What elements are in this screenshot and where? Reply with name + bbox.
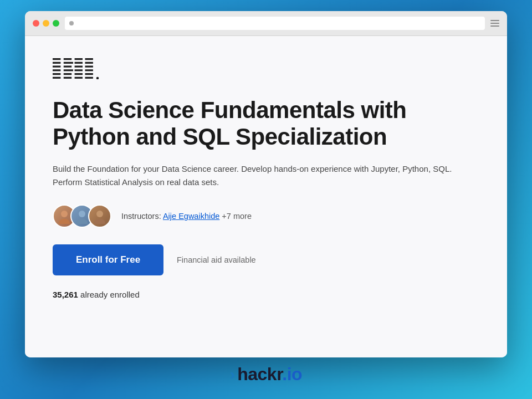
menu-line-2 — [490, 23, 499, 24]
svg-rect-15 — [75, 69, 83, 71]
instructor-more: +7 more — [222, 212, 252, 221]
svg-point-26 — [59, 219, 70, 224]
svg-point-24 — [96, 77, 99, 79]
svg-rect-6 — [64, 58, 71, 60]
instructor-link[interactable]: Aije Egwaikhide — [163, 212, 219, 221]
hackr-brand: hackr.io — [237, 364, 302, 385]
svg-rect-0 — [53, 58, 60, 60]
avatar-stack — [53, 204, 106, 228]
menu-line-3 — [490, 25, 499, 27]
course-title: Data Science Fundamentals with Python an… — [53, 97, 479, 151]
avatar-3 — [88, 204, 111, 228]
svg-rect-11 — [64, 77, 71, 79]
svg-rect-12 — [75, 58, 83, 60]
browser-chrome — [25, 11, 507, 36]
svg-rect-1 — [53, 62, 60, 64]
svg-rect-17 — [75, 77, 83, 79]
traffic-lights — [33, 20, 59, 27]
hackr-footer: › hackr.io — [0, 357, 532, 388]
svg-rect-7 — [64, 62, 73, 64]
financial-aid-text: Financial aid available — [177, 255, 256, 264]
browser-window: Data Science Fundamentals with Python an… — [25, 11, 507, 357]
svg-rect-22 — [85, 73, 93, 75]
svg-rect-3 — [53, 69, 60, 71]
hackr-prefix: hackr — [237, 364, 282, 384]
svg-point-30 — [94, 219, 105, 224]
address-bar[interactable] — [65, 17, 485, 30]
svg-rect-10 — [64, 73, 71, 75]
cta-row: Enroll for Free Financial aid available — [53, 244, 479, 275]
instructors-row: Instructors: Aije Egwaikhide +7 more — [53, 204, 479, 228]
svg-point-29 — [96, 211, 103, 217]
enrollment-count: 35,261 already enrolled — [53, 290, 479, 299]
svg-point-25 — [61, 211, 68, 217]
enrollment-number: 35,261 — [53, 290, 78, 299]
svg-rect-4 — [53, 73, 60, 75]
minimize-button[interactable] — [43, 20, 49, 27]
svg-rect-23 — [85, 77, 93, 79]
menu-line-1 — [490, 20, 499, 21]
svg-rect-18 — [85, 58, 93, 60]
svg-rect-8 — [64, 65, 71, 67]
svg-rect-21 — [85, 69, 93, 71]
svg-point-27 — [79, 211, 85, 217]
menu-icon[interactable] — [490, 20, 499, 27]
course-description: Build the Foundation for your Data Scien… — [53, 162, 479, 189]
svg-rect-5 — [53, 77, 60, 79]
instructors-label: Instructors: Aije Egwaikhide +7 more — [121, 212, 252, 221]
maximize-button[interactable] — [53, 20, 59, 27]
close-button[interactable] — [33, 20, 39, 27]
svg-rect-16 — [75, 73, 83, 75]
svg-rect-19 — [85, 62, 93, 64]
enrollment-suffix: already enrolled — [78, 290, 140, 299]
svg-rect-13 — [75, 62, 83, 64]
svg-point-28 — [76, 219, 88, 224]
hackr-suffix: .io — [282, 364, 302, 384]
svg-rect-9 — [64, 69, 73, 71]
svg-rect-2 — [53, 65, 60, 67]
svg-rect-20 — [85, 65, 93, 67]
svg-rect-14 — [75, 65, 83, 67]
address-bar-icon — [69, 21, 74, 25]
ibm-logo — [53, 58, 479, 81]
chevron-icon: › — [230, 366, 235, 383]
browser-content: Data Science Fundamentals with Python an… — [25, 36, 507, 357]
enroll-button[interactable]: Enroll for Free — [53, 244, 163, 275]
